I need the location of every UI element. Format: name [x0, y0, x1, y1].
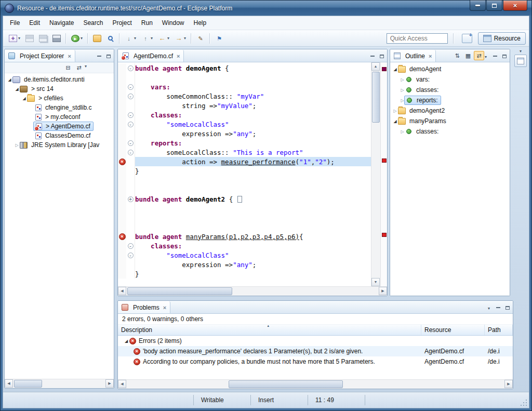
hide-fields-button[interactable]: ▦ — [463, 51, 473, 60]
tab-outline[interactable]: Outline × — [390, 50, 436, 62]
maximize-view-button[interactable] — [104, 52, 113, 60]
collapse-fold-icon[interactable]: - — [128, 94, 134, 99]
maximize-view-button[interactable] — [503, 304, 512, 311]
pin-editor-button[interactable]: ⚑ — [213, 33, 225, 44]
menu-run[interactable]: Run — [137, 17, 157, 29]
expander-closed-icon[interactable]: ▷ — [400, 77, 405, 82]
code-line-5[interactable]: string =>"myValue"; — [118, 101, 371, 110]
menu-edit[interactable]: Edit — [24, 17, 45, 29]
menu-project[interactable]: Project — [108, 17, 136, 29]
outline-item-reports[interactable]: ▷reports: — [390, 95, 510, 105]
tab-project-explorer[interactable]: Project Explorer × — [5, 50, 75, 62]
save-all-button[interactable] — [37, 33, 49, 44]
tab-problems[interactable]: Problems × — [118, 301, 170, 313]
back-button[interactable]: ←▾ — [156, 33, 171, 44]
scroll-up-icon[interactable]: ▲ — [371, 62, 380, 71]
overview-mark[interactable] — [382, 158, 387, 163]
expander-closed-icon[interactable]: ▷ — [400, 129, 405, 134]
code-line-23[interactable]: } — [118, 269, 371, 279]
outline-item-manyparams[interactable]: ◢manyParams — [390, 116, 510, 126]
pe-item-cfefiles[interactable]: ◢> cfefiles — [5, 94, 114, 103]
collapse-fold-icon[interactable]: - — [128, 253, 134, 258]
quick-access-input[interactable] — [387, 33, 448, 44]
outline-item-demoagent2[interactable]: ▷demoAgent2 — [390, 105, 510, 116]
scroll-down-icon[interactable]: ▼ — [371, 278, 380, 286]
collapse-fold-icon[interactable]: - — [128, 84, 134, 90]
next-annotation-button[interactable]: ↓▾ — [123, 33, 138, 44]
close-view-icon[interactable]: × — [68, 53, 71, 59]
code-line-19[interactable]: ×bundle agent manyParams(p1,p2,p3,p4,p5,… — [118, 232, 371, 241]
scroll-thumb[interactable] — [372, 72, 380, 123]
outline-item-classes[interactable]: ▷classes: — [390, 85, 510, 95]
sort-button[interactable]: ⇅ — [452, 51, 462, 60]
open-perspective-button[interactable] — [460, 32, 474, 45]
close-editor-icon[interactable]: × — [177, 53, 180, 59]
dropdown-arrow-icon[interactable]: ▾ — [81, 36, 83, 41]
pe-item-jre-system-library-jav[interactable]: ▷JRE System Library [Jav — [5, 140, 114, 150]
dropdown-arrow-icon[interactable]: ▾ — [184, 36, 186, 41]
collapse-fold-icon[interactable]: - — [128, 150, 134, 155]
code-line-18[interactable] — [118, 222, 371, 232]
code-line-10[interactable]: - someLocalClass:: "This is a report" — [118, 148, 371, 157]
minimize-view-button[interactable] — [95, 52, 103, 60]
previous-annotation-button[interactable]: ↑▾ — [139, 33, 155, 44]
problem-row[interactable]: ×'body action measure_performance' decla… — [118, 346, 513, 356]
outline-item-demoagent[interactable]: ◢demoAgent — [390, 64, 510, 74]
column-header-path[interactable]: Path — [485, 325, 513, 335]
scroll-right-icon[interactable]: ▶ — [504, 380, 513, 388]
editor-vscrollbar[interactable]: ▲ ▼ — [371, 62, 380, 286]
minimized-view-button[interactable] — [514, 55, 527, 67]
overview-ruler[interactable] — [380, 62, 387, 286]
menu-help[interactable]: Help — [189, 17, 211, 29]
expander-closed-icon[interactable]: ▷ — [400, 88, 405, 92]
pe-item-classesdemo-cf[interactable]: ClassesDemo.cf — [5, 131, 114, 140]
expander-open-icon[interactable]: ◢ — [7, 77, 12, 82]
code-line-16[interactable] — [118, 204, 371, 213]
collapse-fold-icon[interactable]: - — [128, 140, 134, 146]
pe-item-my-cfeconf[interactable]: > my.cfeconf — [5, 112, 114, 122]
code-line-4[interactable]: - someCommonClass:: "myVar" — [118, 91, 371, 101]
code-line-9[interactable]: - reports: — [118, 138, 371, 148]
view-menu-icon[interactable]: ▾ — [85, 64, 91, 69]
code-editor[interactable]: -bundle agent demoAgent {- vars:- someCo… — [118, 62, 371, 286]
menu-navigate[interactable]: Navigate — [45, 17, 78, 29]
scroll-thumb[interactable] — [14, 380, 42, 388]
new-wizard-button[interactable]: +▾ — [7, 33, 22, 44]
collapse-fold-icon[interactable]: - — [128, 65, 134, 71]
view-menu-icon[interactable]: ▾ — [485, 55, 491, 59]
scroll-thumb[interactable] — [229, 380, 343, 388]
view-menu-icon[interactable]: ▾ — [488, 306, 494, 311]
code-line-17[interactable] — [118, 213, 371, 222]
forward-button[interactable]: →▾ — [172, 33, 188, 44]
close-view-icon[interactable]: × — [163, 304, 166, 311]
restore-views-icon[interactable]: ▾ — [520, 49, 522, 54]
resize-grip[interactable] — [521, 400, 527, 406]
code-line-22[interactable]: expression =>"any"; — [118, 260, 371, 269]
dropdown-arrow-icon[interactable]: ▾ — [134, 36, 136, 41]
tab-agentdemo-editor[interactable]: AgentDemo.cf × — [118, 50, 184, 62]
code-line-11[interactable]: × action => measure_performance("1","2")… — [118, 157, 371, 166]
collapse-fold-icon[interactable]: - — [128, 122, 134, 127]
error-marker-icon[interactable]: × — [119, 233, 126, 240]
column-header-resource[interactable]: Resource — [421, 325, 485, 335]
collapse-all-button[interactable]: ⊟ — [63, 63, 73, 72]
last-edit-location-button[interactable]: ✎ — [194, 33, 207, 44]
maximize-editor-button[interactable] — [378, 52, 386, 60]
code-line-1[interactable]: -bundle agent demoAgent { — [118, 63, 371, 73]
expander-closed-icon[interactable]: ▷ — [392, 109, 398, 113]
expander-open-icon[interactable]: ◢ — [21, 96, 27, 101]
expander-open-icon[interactable]: ◢ — [392, 67, 398, 72]
collapse-fold-icon[interactable]: - — [128, 243, 134, 249]
close-button[interactable]: × — [503, 1, 527, 11]
dropdown-arrow-icon[interactable]: ▾ — [151, 36, 153, 41]
outline-item-vars[interactable]: ▷vars: — [390, 74, 510, 85]
outline-item-classes[interactable]: ▷classes: — [390, 126, 510, 137]
minimize-editor-button[interactable] — [368, 52, 377, 60]
link-with-editor-button[interactable]: ⇄ — [474, 51, 484, 60]
external-tools-button[interactable]: ▶▾ — [69, 33, 85, 44]
minimize-button[interactable] — [470, 1, 486, 11]
problems-hscrollbar[interactable]: ◀ ▶ — [118, 379, 513, 389]
code-line-13[interactable] — [118, 176, 371, 185]
scroll-thumb[interactable] — [127, 287, 232, 295]
editor-hscrollbar[interactable]: ◀ ▶ — [118, 286, 387, 296]
